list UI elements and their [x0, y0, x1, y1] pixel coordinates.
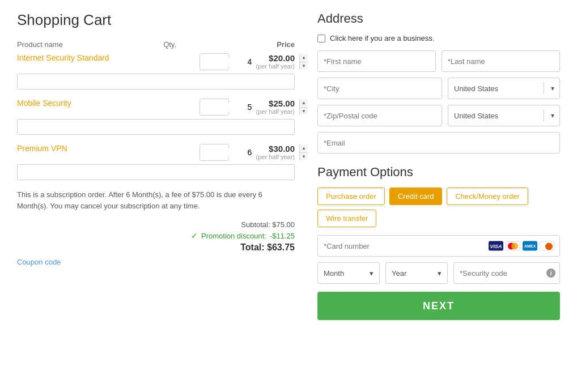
payment-method-buttons: Purchase order Credit card Check/Money o…: [317, 188, 560, 227]
security-code-field[interactable]: [453, 262, 560, 284]
qty-up-3[interactable]: ▲: [300, 144, 308, 153]
cart-title: Shopping Cart: [17, 11, 295, 29]
header-product-label: Product name: [17, 40, 63, 49]
email-field[interactable]: [317, 132, 560, 154]
price-col-1: $20.00 (per half year): [238, 53, 295, 70]
email-row: [317, 132, 560, 154]
cart-item-1: Internet Security Standard 4 ▲ ▼ $20.00 …: [17, 53, 295, 70]
month-select-wrapper: Month January February March April May J…: [317, 262, 380, 284]
subtotal-row: Subtotal: $75.00: [17, 220, 295, 229]
header-price-label: Price: [277, 40, 295, 49]
mastercard-icon: [506, 241, 520, 251]
checkmark-icon: ✓: [191, 231, 198, 240]
security-code-wrapper: i: [453, 262, 560, 284]
business-label: Click here if you are a business.: [330, 34, 434, 42]
subtotal-value: $75.00: [272, 220, 295, 229]
price-main-2: $25.00: [238, 99, 295, 108]
wire-transfer-button[interactable]: Wire transfer: [317, 210, 376, 227]
qty-control-2[interactable]: 5 ▲ ▼: [200, 99, 229, 116]
qty-up-1[interactable]: ▲: [300, 54, 308, 62]
month-select[interactable]: Month January February March April May J…: [324, 269, 366, 278]
note-row-1: [17, 74, 295, 90]
note-input-2[interactable]: [17, 119, 295, 135]
discount-value: -$11.25: [270, 232, 295, 240]
cart-item-2: Mobile Security 5 ▲ ▼ $25.00 (per half y…: [17, 99, 295, 116]
name-row: [317, 50, 560, 72]
price-sub-1: (per half year): [238, 63, 295, 70]
address-title: Address: [317, 11, 560, 26]
qty-up-2[interactable]: ▲: [300, 99, 308, 108]
business-checkbox[interactable]: [317, 35, 325, 42]
qty-control-3[interactable]: 6 ▲ ▼: [200, 144, 229, 161]
year-select[interactable]: Year 2024 2025 2026 2027 2028 2029 2030: [392, 269, 434, 278]
price-col-2: $25.00 (per half year): [238, 99, 295, 115]
cart-item-3: Premium VPN 6 ▲ ▼ $30.00 (per half year): [17, 144, 295, 161]
payment-section: Payment Options Purchase order Credit ca…: [317, 165, 560, 320]
year-select-wrapper: Year 2024 2025 2026 2027 2028 2029 2030 …: [385, 262, 448, 284]
zip-email-row: United States Canada United Kingdom ▾: [317, 105, 560, 126]
zip-field[interactable]: [317, 105, 442, 126]
expiry-security-row: Month January February March April May J…: [317, 262, 560, 284]
discount-label: Promotion discount:: [201, 232, 266, 240]
amex-icon: AMEX: [523, 241, 537, 251]
security-info-icon[interactable]: i: [546, 269, 555, 278]
country2-select-wrapper: United States Canada United Kingdom ▾: [448, 105, 560, 126]
product-name-3: Premium VPN: [17, 144, 190, 153]
price-sub-3: (per half year): [238, 154, 295, 160]
header-qty-label: Qty.: [163, 40, 176, 49]
city-field[interactable]: [317, 78, 442, 99]
qty-arrows-2: ▲ ▼: [299, 99, 308, 115]
discover-icon: [540, 241, 554, 251]
month-chevron-icon: ▾: [370, 269, 374, 278]
price-col-3: $30.00 (per half year): [238, 144, 295, 160]
year-chevron-icon: ▾: [438, 269, 442, 278]
product-name-1: Internet Security Standard: [17, 53, 190, 62]
price-sub-2: (per half year): [238, 108, 295, 115]
payment-title: Payment Options: [317, 165, 560, 180]
country-select-wrapper: Please choose ... United States Canada U…: [448, 78, 560, 99]
last-name-field[interactable]: [442, 50, 560, 72]
totals-section: Subtotal: $75.00 ✓ Promotion discount: -…: [17, 220, 295, 253]
card-type-icons: VISA AMEX: [489, 241, 554, 251]
qty-down-2[interactable]: ▼: [300, 108, 308, 116]
purchase-order-button[interactable]: Purchase order: [317, 188, 385, 205]
qty-down-1[interactable]: ▼: [300, 62, 308, 70]
city-country-row: Please choose ... United States Canada U…: [317, 78, 560, 99]
first-name-field[interactable]: [317, 50, 436, 72]
subscription-note: This is a subscription order. After 6 Mo…: [17, 189, 295, 211]
qty-arrows-1: ▲ ▼: [299, 54, 308, 70]
discount-row: ✓ Promotion discount: -$11.25: [17, 231, 295, 240]
note-row-3: [17, 164, 295, 180]
coupon-link[interactable]: Coupon code: [17, 258, 61, 266]
price-main-1: $20.00: [238, 53, 295, 63]
note-input-1[interactable]: [17, 74, 295, 90]
qty-arrows-3: ▲ ▼: [299, 144, 308, 160]
note-row-2: [17, 119, 295, 135]
note-input-3[interactable]: [17, 164, 295, 180]
credit-card-button[interactable]: Credit card: [389, 188, 443, 205]
cart-header: Product name Qty. Price: [17, 40, 295, 49]
business-check-row: Click here if you are a business.: [317, 34, 560, 42]
check-money-order-button[interactable]: Check/Money order: [447, 188, 528, 205]
right-section: Address Click here if you are a business…: [317, 11, 560, 320]
total-row: Total: $63.75: [17, 242, 295, 253]
subtotal-label: Subtotal:: [241, 220, 270, 229]
visa-icon: VISA: [489, 241, 503, 251]
next-button[interactable]: NEXT: [317, 292, 560, 320]
qty-control-1[interactable]: 4 ▲ ▼: [200, 53, 229, 70]
shopping-cart-section: Shopping Cart Product name Qty. Price In…: [17, 11, 295, 320]
product-name-2: Mobile Security: [17, 99, 190, 108]
card-number-wrapper: VISA AMEX: [317, 235, 560, 257]
price-main-3: $30.00: [238, 144, 295, 154]
qty-down-3[interactable]: ▼: [300, 153, 308, 161]
